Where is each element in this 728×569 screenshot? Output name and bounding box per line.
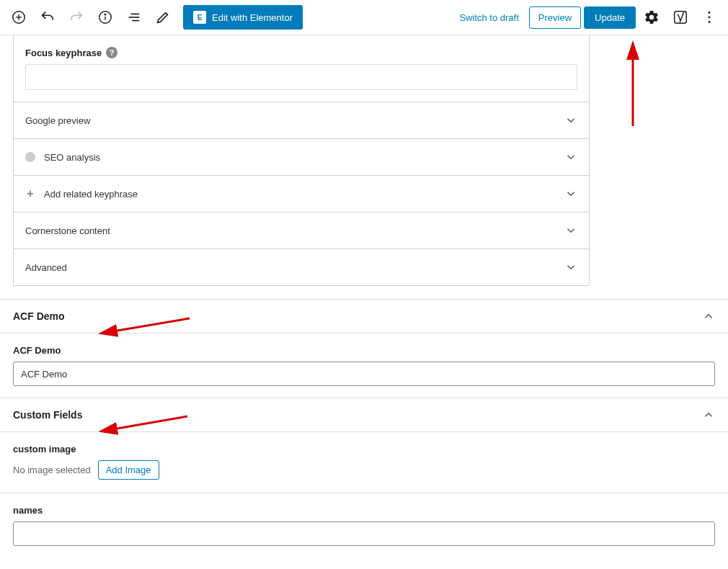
acf-demo-panel-title: ACF Demo [13,310,65,322]
seo-analysis-label: SEO analysis [44,152,100,163]
custom-fields-panel-title: Custom Fields [13,409,82,421]
chevron-down-icon [564,224,577,237]
help-icon[interactable]: ? [106,47,117,58]
toolbar-right-group: Switch to draft Preview Update [452,4,722,30]
svg-point-10 [709,12,711,14]
svg-point-11 [709,17,711,19]
editor-top-toolbar: E Edit with Elementor Switch to draft Pr… [0,0,728,35]
edit-icon[interactable] [150,4,176,30]
advanced-label: Advanced [25,262,67,273]
add-image-button[interactable]: Add Image [98,460,159,480]
chevron-up-icon [702,310,715,323]
elementor-button-label: Edit with Elementor [212,12,293,23]
plus-icon: + [25,187,35,200]
info-icon[interactable] [92,4,118,30]
focus-keyphrase-label: Focus keyphrase ? [25,47,117,58]
cornerstone-label: Cornerstone content [25,225,110,236]
acf-demo-field-input[interactable] [13,362,715,386]
annotation-arrow-update [620,40,649,133]
cornerstone-content-row[interactable]: Cornerstone content [14,212,589,249]
custom-image-field-label: custom image [13,444,715,454]
more-options-icon[interactable] [696,4,722,30]
google-preview-row[interactable]: Google preview [14,102,589,139]
undo-icon[interactable] [35,4,61,30]
no-image-selected-text: No image selected [13,465,91,475]
google-preview-label: Google preview [25,115,90,126]
chevron-down-icon [564,114,577,127]
yoast-seo-panel: Focus keyphrase ? Google preview SEO ana… [13,35,590,286]
add-related-keyphrase-label: Add related keyphrase [44,189,138,200]
custom-image-row: No image selected Add Image [13,460,715,480]
names-field-input[interactable] [13,521,715,546]
focus-keyphrase-label-text: Focus keyphrase [25,48,102,58]
chevron-down-icon [564,261,577,274]
update-button[interactable]: Update [584,6,636,29]
acf-demo-field-label: ACF Demo [13,345,715,356]
svg-point-5 [105,14,105,15]
advanced-row[interactable]: Advanced [14,249,589,285]
acf-demo-panel-body: ACF Demo [0,333,728,398]
custom-fields-panel-header[interactable]: Custom Fields [0,398,728,432]
outline-icon[interactable] [121,4,147,30]
yoast-icon[interactable] [667,4,693,30]
chevron-down-icon [564,187,577,200]
redo-icon [63,4,89,30]
add-block-icon[interactable] [6,4,32,30]
focus-keyphrase-input[interactable] [25,64,577,90]
acf-demo-panel-header[interactable]: ACF Demo [0,300,728,333]
names-field-label: names [13,505,715,516]
edit-with-elementor-button[interactable]: E Edit with Elementor [183,5,303,30]
elementor-icon: E [193,11,206,24]
settings-gear-icon[interactable] [639,4,665,30]
svg-point-12 [709,21,711,23]
focus-keyphrase-section: Focus keyphrase ? [14,35,589,102]
preview-button[interactable]: Preview [529,6,581,29]
chevron-up-icon [702,408,715,421]
chevron-down-icon [564,151,577,163]
toolbar-left-group: E Edit with Elementor [6,4,303,30]
add-related-keyphrase-row[interactable]: + Add related keyphrase [14,176,589,212]
custom-fields-panel-body: custom image No image selected Add Image… [0,432,728,557]
switch-to-draft-button[interactable]: Switch to draft [452,6,525,29]
seo-analysis-row[interactable]: SEO analysis [14,139,589,176]
seo-status-bullet-icon [25,152,35,162]
